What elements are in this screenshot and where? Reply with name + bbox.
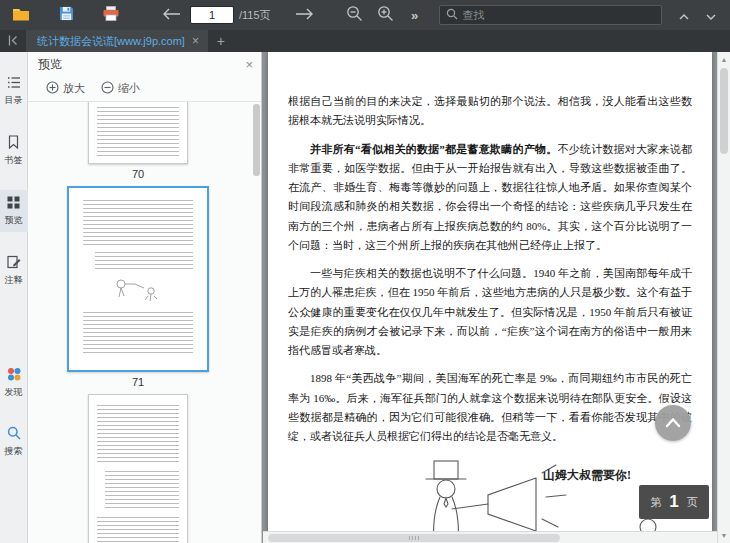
- left-sidebar: 目录 书签 预览 注释 发现 搜索: [0, 52, 28, 543]
- open-file-button[interactable]: [9, 3, 33, 27]
- zoom-in-icon: [377, 5, 394, 25]
- paragraph: 根据自己当前的目的来决定，选择最贴切的那个说法。相信我，没人能看出这些数据根本就…: [288, 92, 692, 131]
- zoom-out-button[interactable]: [343, 3, 367, 27]
- back-to-top-button[interactable]: [655, 405, 691, 441]
- discover-dots-icon: [7, 367, 21, 385]
- search-icon: [446, 6, 458, 24]
- vertical-scrollbar[interactable]: ▲ ▼: [717, 52, 730, 543]
- tab-bar: 统计数据会说谎[www.j9p.com] × +: [0, 30, 730, 52]
- tab-title: 统计数据会说谎[www.j9p.com]: [37, 34, 185, 49]
- zoom-in-label: 放大: [63, 81, 85, 96]
- annotation-pencil-icon: [7, 255, 21, 273]
- collapse-left-icon: [8, 34, 19, 49]
- bookmark-icon: [8, 135, 19, 153]
- collapse-panel-button[interactable]: [0, 30, 26, 52]
- main-toolbar: /115页 »: [0, 0, 730, 30]
- chevron-up-icon: [679, 8, 689, 23]
- thumbnails-grid-icon: [7, 195, 20, 213]
- thumbnail-page-71[interactable]: [67, 186, 209, 372]
- page-indicator-suffix: 页: [687, 495, 698, 510]
- search-prev-button[interactable]: [672, 3, 696, 27]
- cartoon-illustration: 山姆大叔需要你! 嗯！: [288, 455, 692, 543]
- chevron-double-right-icon: »: [411, 8, 418, 23]
- zoom-out-label: 缩小: [118, 81, 140, 96]
- zoom-out-icon: [346, 5, 363, 25]
- document-view: 根据自己当前的目的来决定，选择最贴切的那个说法。相信我，没人能看出这些数据根本就…: [263, 52, 717, 543]
- panel-title: 预览: [38, 56, 62, 73]
- sidebar-label: 搜索: [5, 447, 23, 457]
- sidebar-item-toc[interactable]: 目录: [0, 70, 28, 112]
- sidebar-label: 注释: [5, 276, 23, 286]
- preview-scrollbar[interactable]: [253, 102, 260, 543]
- search-next-button[interactable]: [699, 3, 723, 27]
- sidebar-label: 预览: [5, 216, 23, 226]
- thumbnail-page-72[interactable]: [88, 394, 188, 543]
- toc-icon: [7, 75, 21, 93]
- new-tab-button[interactable]: +: [208, 30, 234, 52]
- sidebar-item-annotations[interactable]: 注释: [0, 250, 28, 292]
- page-indicator-number: 1: [669, 492, 678, 512]
- sidebar-item-bookmarks[interactable]: 书签: [0, 130, 28, 172]
- folder-icon: [12, 7, 30, 24]
- scroll-down-arrow-icon[interactable]: ▼: [718, 529, 730, 542]
- next-page-button[interactable]: [293, 3, 317, 27]
- paragraph-text: 不少统计数据对大家来说都非常重要，如医学数据。但由于从一开始报告就有出入，导致这…: [288, 143, 692, 251]
- page-indicator-badge: 第 1 页: [639, 485, 709, 519]
- vertical-scrollbar-thumb[interactable]: [720, 68, 728, 154]
- panel-close-icon[interactable]: ×: [245, 57, 253, 72]
- chevron-up-icon: [665, 416, 681, 431]
- circle-minus-icon: [101, 81, 114, 96]
- search-magnifier-icon: [7, 426, 21, 444]
- scrollbar-grip-icon: [409, 536, 419, 540]
- preview-panel-header: 预览 ×: [28, 52, 261, 76]
- pdf-reader-window: /115页 » 统计数据会说谎[www.j9p.com]: [0, 0, 730, 543]
- paragraph-lead-bold: 并非所有“看似相关的数据”都是蓄意欺瞒的产物。: [310, 143, 557, 155]
- sidebar-item-preview[interactable]: 预览: [0, 190, 28, 232]
- preview-panel-toolbar: 放大 缩小: [28, 76, 261, 102]
- printer-icon: [103, 6, 119, 24]
- thumbnail-zoom-out-button[interactable]: 缩小: [101, 81, 140, 96]
- thumbnail-page-number: 71: [67, 376, 209, 388]
- circle-plus-icon: [46, 81, 59, 96]
- paragraph: 并非所有“看似相关的数据”都是蓄意欺瞒的产物。不少统计数据对大家来说都非常重要，…: [288, 140, 692, 256]
- pdf-page: 根据自己当前的目的来决定，选择最贴切的那个说法。相信我，没人能看出这些数据根本就…: [268, 52, 712, 543]
- page-number-input[interactable]: [190, 6, 234, 24]
- save-icon: [59, 6, 74, 24]
- horizontal-scrollbar[interactable]: [263, 531, 717, 543]
- paragraph: 1898 年“美西战争”期间，美国海军的死亡率是 9‰，而同期纽约市市民的死亡率…: [288, 369, 692, 446]
- save-button[interactable]: [54, 3, 78, 27]
- thumbnail-page-number: 70: [88, 168, 188, 180]
- chevron-down-icon: [706, 8, 716, 23]
- tab-close-icon[interactable]: ×: [192, 35, 199, 47]
- sidebar-label: 书签: [5, 156, 23, 166]
- horizontal-scrollbar-thumb[interactable]: [268, 534, 560, 542]
- thumbnail-page-70[interactable]: [88, 102, 188, 164]
- thumbnail-cartoon-sketch: [111, 276, 165, 304]
- zoom-in-button[interactable]: [374, 3, 398, 27]
- thumbnail-zoom-in-button[interactable]: 放大: [46, 81, 85, 96]
- cartoon-caption: 山姆大叔需要你!: [543, 467, 631, 484]
- scroll-up-arrow-icon[interactable]: ▲: [718, 53, 730, 66]
- arrow-left-icon: [161, 8, 181, 23]
- print-button[interactable]: [99, 3, 123, 27]
- page-indicator-prefix: 第: [650, 495, 661, 510]
- paragraph: 一些与疟疾相关的数据也说明不了什么问题。1940 年之前，美国南部每年成千上万的…: [288, 264, 692, 360]
- workspace: 目录 书签 预览 注释 发现 搜索: [0, 52, 730, 543]
- more-tools-button[interactable]: »: [403, 3, 427, 27]
- thumbnail-list: 70 71: [28, 102, 252, 543]
- preview-panel: 预览 × 放大 缩小 70: [28, 52, 262, 543]
- search-box[interactable]: [439, 5, 662, 25]
- sidebar-item-discover[interactable]: 发现: [0, 362, 28, 404]
- document-tab[interactable]: 统计数据会说谎[www.j9p.com] ×: [26, 30, 208, 52]
- sidebar-label: 目录: [5, 96, 23, 106]
- preview-scrollbar-thumb[interactable]: [253, 104, 260, 176]
- prev-page-button[interactable]: [159, 3, 183, 27]
- sidebar-label: 发现: [5, 388, 23, 398]
- arrow-right-icon: [295, 8, 315, 23]
- sidebar-item-search[interactable]: 搜索: [0, 421, 28, 463]
- search-input[interactable]: [463, 9, 655, 21]
- page-total-label: /115页: [239, 8, 271, 23]
